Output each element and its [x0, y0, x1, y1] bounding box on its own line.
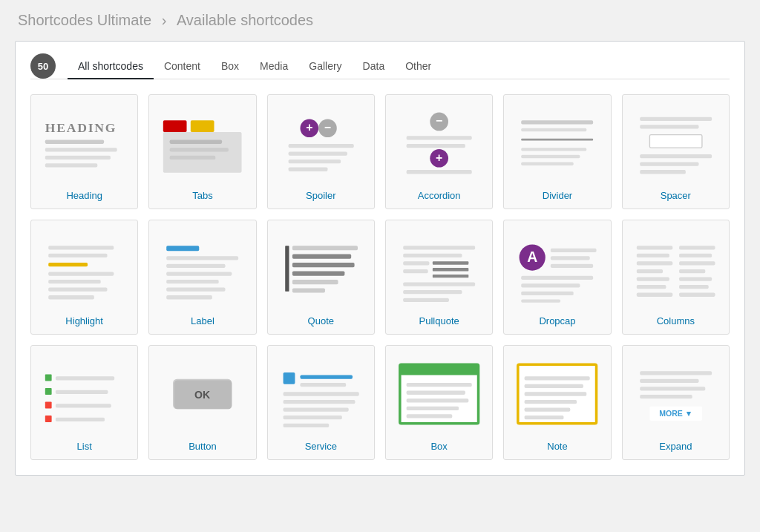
svg-rect-3 [45, 156, 111, 160]
svg-rect-117 [407, 414, 453, 418]
svg-rect-94 [45, 388, 52, 395]
card-tabs[interactable]: Tabs [148, 94, 256, 209]
svg-rect-56 [292, 272, 344, 276]
svg-rect-128 [640, 395, 692, 398]
card-label-visual [157, 228, 248, 309]
svg-rect-115 [407, 398, 469, 402]
svg-rect-88 [679, 269, 705, 273]
svg-rect-107 [283, 400, 355, 404]
card-service-visual [275, 353, 367, 435]
shortcodes-grid: HEADING Heading [30, 94, 730, 460]
card-list-label: List [77, 441, 92, 452]
svg-rect-124 [525, 416, 564, 419]
svg-rect-98 [45, 416, 52, 422]
card-note[interactable]: Note [503, 345, 611, 460]
card-columns[interactable]: Columns [622, 220, 730, 335]
svg-rect-127 [640, 387, 705, 390]
svg-rect-5 [163, 120, 187, 132]
card-box-label: Box [430, 441, 447, 452]
svg-rect-85 [679, 246, 715, 249]
tab-gallery[interactable]: Gallery [298, 54, 352, 79]
svg-rect-92 [45, 375, 52, 381]
tab-other[interactable]: Other [395, 54, 442, 79]
svg-rect-79 [636, 254, 669, 257]
card-label[interactable]: Label [148, 220, 256, 335]
count-badge: 50 [30, 53, 56, 79]
svg-rect-58 [292, 288, 325, 292]
card-box[interactable]: Box [385, 345, 493, 460]
card-note-label: Note [547, 441, 567, 452]
card-divider-label: Divider [543, 190, 572, 201]
svg-rect-52 [285, 246, 289, 292]
svg-rect-40 [48, 263, 88, 266]
svg-rect-53 [292, 246, 358, 250]
svg-rect-84 [636, 293, 672, 297]
page-heading: Available shortcodes [177, 12, 313, 28]
svg-rect-68 [403, 298, 449, 302]
content-area: 50 All shortcodes Content Box Media Gall… [15, 41, 745, 476]
svg-rect-30 [522, 155, 580, 158]
card-spoiler-visual: + − [275, 102, 367, 184]
card-pullquote[interactable]: Pullquote [385, 220, 493, 335]
card-highlight[interactable]: Highlight [30, 220, 138, 335]
card-box-visual [393, 353, 485, 435]
tab-box[interactable]: Box [211, 54, 249, 79]
tab-media[interactable]: Media [249, 54, 298, 79]
card-quote-label: Quote [308, 315, 334, 326]
card-button[interactable]: OK Button [148, 345, 256, 460]
svg-rect-36 [640, 162, 698, 166]
svg-rect-50 [167, 288, 226, 292]
card-dropcap[interactable]: A Dropcap [503, 220, 611, 335]
card-service[interactable]: Service [267, 345, 375, 460]
svg-rect-46 [167, 256, 239, 260]
card-button-visual: OK [157, 353, 248, 435]
card-pullquote-label: Pullquote [419, 315, 459, 326]
svg-rect-93 [56, 376, 114, 380]
tab-content[interactable]: Content [154, 54, 211, 79]
card-spoiler[interactable]: + − Spoiler [267, 94, 375, 209]
card-spacer[interactable]: Spacer [622, 94, 730, 209]
svg-rect-6 [191, 120, 214, 132]
card-spoiler-label: Spoiler [306, 190, 335, 201]
card-label-label: Label [191, 315, 214, 326]
svg-rect-27 [522, 128, 587, 131]
svg-rect-22 [407, 144, 465, 148]
svg-text:OK: OK [194, 389, 211, 401]
svg-rect-66 [403, 283, 475, 286]
breadcrumb: Shortcodes Ultimate [18, 12, 151, 28]
card-divider[interactable]: Divider [503, 94, 611, 209]
svg-rect-34 [649, 135, 701, 148]
svg-rect-15 [288, 144, 353, 148]
svg-rect-73 [551, 264, 593, 268]
svg-text:MORE ▼: MORE ▼ [659, 409, 692, 418]
svg-rect-106 [283, 392, 358, 395]
card-expand[interactable]: MORE ▼ Expand [622, 345, 730, 460]
svg-rect-44 [48, 295, 94, 299]
svg-rect-47 [167, 264, 226, 268]
card-list[interactable]: List [30, 345, 138, 460]
svg-rect-41 [48, 272, 114, 275]
svg-rect-55 [292, 263, 355, 267]
tab-data[interactable]: Data [353, 54, 396, 79]
card-quote[interactable]: Quote [267, 220, 375, 335]
svg-rect-71 [551, 249, 597, 252]
svg-rect-9 [170, 148, 229, 151]
svg-rect-121 [525, 392, 587, 395]
card-columns-visual [630, 228, 721, 309]
svg-rect-123 [525, 407, 571, 411]
svg-rect-120 [525, 384, 583, 388]
card-quote-visual [275, 228, 367, 309]
card-spacer-label: Spacer [661, 190, 691, 201]
svg-rect-35 [640, 154, 712, 158]
card-service-label: Service [305, 441, 337, 452]
svg-rect-119 [525, 376, 590, 380]
card-heading[interactable]: HEADING Heading [30, 94, 138, 209]
breadcrumb-separator: › [162, 12, 167, 28]
card-tabs-label: Tabs [192, 190, 212, 201]
filter-tabs: All shortcodes Content Box Media Gallery… [68, 54, 442, 79]
svg-rect-99 [56, 418, 105, 421]
tab-all[interactable]: All shortcodes [68, 54, 154, 79]
card-accordion[interactable]: − + Accordion [385, 94, 493, 209]
svg-rect-108 [283, 407, 348, 411]
svg-rect-77 [522, 299, 561, 302]
